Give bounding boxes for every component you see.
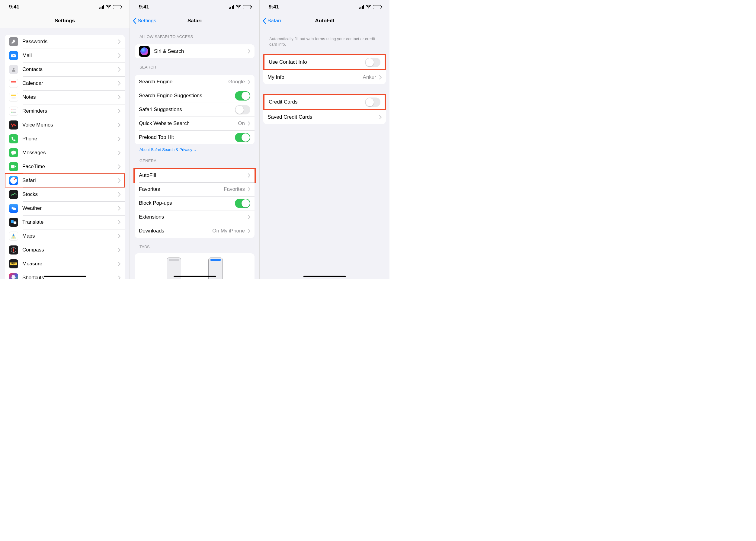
safari-icon: [9, 176, 18, 185]
credit-cards-row[interactable]: Credit Cards: [265, 95, 384, 109]
chevron-right-icon: [118, 81, 121, 85]
autofill-screen: 9:41 Safari AutoFill Automatically fill …: [260, 0, 389, 279]
row-label: My Info: [268, 74, 363, 80]
row-label: Credit Cards: [269, 99, 365, 105]
siri-search-row[interactable]: Siri & Search: [135, 44, 255, 58]
settings-row-contacts[interactable]: Contacts: [5, 63, 125, 76]
safari-suggestions-row[interactable]: Safari Suggestions: [135, 103, 255, 117]
toggle-switch[interactable]: [365, 98, 380, 107]
mail-icon: [9, 51, 18, 60]
autofill-row[interactable]: AutoFill: [135, 169, 255, 182]
settings-row-translate[interactable]: Translate: [5, 215, 125, 229]
settings-row-facetime[interactable]: FaceTime: [5, 160, 125, 174]
row-label: Voice Memos: [22, 122, 117, 128]
translate-icon: [9, 218, 18, 227]
row-detail: Favorites: [224, 186, 245, 192]
settings-row-safari[interactable]: Safari: [5, 174, 125, 188]
svg-point-7: [11, 109, 12, 110]
use-contact-section: Use Contact Info: [263, 54, 386, 70]
row-label: Messages: [22, 150, 117, 156]
settings-row-voicememos[interactable]: Voice Memos: [5, 118, 125, 132]
favorites-row[interactable]: Favorites Favorites: [135, 182, 255, 196]
settings-row-stocks[interactable]: Stocks: [5, 188, 125, 201]
settings-screen: 9:41 Settings Passwords: [0, 0, 130, 279]
toggle-switch[interactable]: [235, 199, 250, 208]
key-icon: [9, 37, 18, 46]
chevron-right-icon: [248, 121, 250, 126]
messages-icon: [9, 148, 18, 157]
chevron-right-icon: [118, 123, 121, 127]
credit-cards-section: Credit Cards: [263, 94, 386, 110]
use-contact-info-row[interactable]: Use Contact Info: [265, 55, 384, 69]
home-indicator[interactable]: [44, 275, 86, 277]
calendar-icon: [9, 79, 18, 88]
svg-point-8: [11, 111, 12, 112]
settings-list: Passwords Mail Contacts Calendar: [5, 35, 125, 279]
row-label: Maps: [22, 233, 117, 239]
settings-row-compass[interactable]: Compass: [5, 243, 125, 257]
toggle-switch[interactable]: [235, 133, 250, 142]
my-info-row[interactable]: My Info Ankur: [263, 70, 386, 84]
status-time: 9:41: [9, 4, 19, 10]
cellular-icon: [229, 5, 234, 9]
page-title: Safari: [130, 18, 259, 24]
quick-website-search-row[interactable]: Quick Website Search On: [135, 117, 255, 131]
toggle-switch[interactable]: [365, 58, 380, 67]
toggle-switch[interactable]: [235, 105, 250, 114]
settings-row-weather[interactable]: Weather: [5, 201, 125, 215]
settings-row-maps[interactable]: Maps: [5, 229, 125, 243]
row-label: Saved Credit Cards: [268, 114, 378, 120]
row-label: Siri & Search: [154, 48, 247, 54]
contacts-icon: [9, 65, 18, 74]
row-label: Safari Suggestions: [139, 107, 235, 113]
saved-credit-cards-row[interactable]: Saved Credit Cards: [263, 110, 386, 124]
settings-row-shortcuts[interactable]: Shortcuts: [5, 271, 125, 279]
block-popups-row[interactable]: Block Pop-ups: [135, 196, 255, 210]
chevron-right-icon: [248, 215, 250, 219]
chevron-right-icon: [118, 275, 121, 279]
settings-row-passwords[interactable]: Passwords: [5, 35, 125, 49]
settings-row-notes[interactable]: Notes: [5, 90, 125, 104]
chevron-right-icon: [118, 53, 121, 58]
row-label: Downloads: [139, 228, 212, 234]
access-group: Siri & Search: [135, 44, 255, 58]
intro-text: Automatically fill out web forms using y…: [260, 28, 389, 49]
home-indicator[interactable]: [174, 275, 216, 277]
toggle-switch[interactable]: [235, 91, 250, 101]
extensions-row[interactable]: Extensions: [135, 210, 255, 224]
measure-icon: [9, 259, 18, 269]
status-bar: 9:41: [260, 0, 389, 14]
settings-row-reminders[interactable]: Reminders: [5, 104, 125, 118]
chevron-right-icon: [248, 80, 250, 84]
page-title: AutoFill: [260, 18, 389, 24]
row-label: AutoFill: [139, 172, 247, 179]
compass-icon: [9, 246, 18, 255]
battery-icon: [243, 5, 251, 9]
search-suggestions-row[interactable]: Search Engine Suggestions: [135, 89, 255, 103]
chevron-right-icon: [248, 173, 250, 178]
status-bar: 9:41: [0, 0, 130, 14]
chevron-right-icon: [118, 179, 121, 183]
chevron-right-icon: [118, 220, 121, 224]
row-label: Mail: [22, 53, 117, 59]
siri-icon: [139, 46, 150, 57]
about-privacy-link[interactable]: About Safari Search & Privacy…: [130, 144, 259, 152]
search-engine-row[interactable]: Search Engine Google: [135, 75, 255, 89]
section-header-search: SEARCH: [130, 58, 259, 71]
saved-cc-section: Saved Credit Cards: [263, 110, 386, 124]
status-time: 9:41: [269, 4, 279, 10]
phone-icon: [9, 134, 18, 143]
facetime-icon: [9, 162, 18, 171]
downloads-row[interactable]: Downloads On My iPhone: [135, 224, 255, 238]
settings-row-measure[interactable]: Measure: [5, 257, 125, 271]
svg-point-15: [12, 208, 16, 210]
row-label: Reminders: [22, 108, 117, 114]
settings-row-phone[interactable]: Phone: [5, 132, 125, 146]
home-indicator[interactable]: [304, 275, 346, 277]
chevron-right-icon: [118, 109, 121, 113]
settings-row-calendar[interactable]: Calendar: [5, 76, 125, 90]
row-label: Passwords: [22, 39, 117, 45]
preload-top-hit-row[interactable]: Preload Top Hit: [135, 131, 255, 144]
settings-row-mail[interactable]: Mail: [5, 49, 125, 63]
settings-row-messages[interactable]: Messages: [5, 146, 125, 160]
